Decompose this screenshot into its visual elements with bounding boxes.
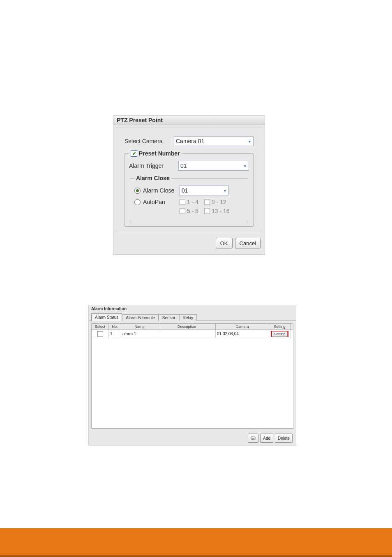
- autopan-range-checkbox[interactable]: 5 - 8: [180, 208, 198, 214]
- select-camera-label: Select Camera: [125, 138, 174, 144]
- row-select[interactable]: [92, 330, 109, 338]
- col-name: Name: [121, 324, 158, 330]
- svg-rect-0: [251, 437, 255, 439]
- col-setting: Setting: [269, 324, 291, 330]
- col-select: Select: [92, 324, 109, 330]
- dialog-title: Alarm Information: [89, 305, 296, 312]
- add-button[interactable]: Add: [260, 434, 273, 443]
- tab-relay[interactable]: Relay: [179, 314, 197, 321]
- grid-header: Select No. Name Description Camera Setti…: [92, 324, 293, 330]
- ptz-preset-dialog: PTZ Preset Point Select Camera Camera 01…: [113, 115, 265, 255]
- alarm-close-radio-label: Alarm Close: [143, 187, 174, 194]
- tab-sensor[interactable]: Sensor: [159, 314, 179, 321]
- edit-icon-button[interactable]: [248, 434, 258, 443]
- autopan-range-checkbox[interactable]: 1 - 4: [180, 199, 198, 205]
- autopan-range-checkbox[interactable]: 9 - 12: [204, 199, 230, 205]
- select-camera-dropdown[interactable]: Camera 01 ▾: [174, 136, 254, 146]
- alarm-trigger-label: Alarm Trigger: [129, 162, 178, 169]
- alarm-close-value: 01: [182, 187, 188, 194]
- preset-number-legend: Preset Number: [139, 150, 180, 157]
- col-camera: Camera: [216, 324, 269, 330]
- chevron-down-icon: ▾: [247, 138, 252, 144]
- row-camera: 01,02,03,04: [216, 330, 269, 338]
- keyboard-icon: [251, 436, 256, 441]
- cancel-button[interactable]: Cancel: [235, 238, 261, 248]
- alarm-grid: Select No. Name Description Camera Setti…: [91, 323, 293, 429]
- alarm-information-dialog: Alarm Information Alarm Status Alarm Sch…: [88, 305, 296, 446]
- alarm-trigger-dropdown[interactable]: 01 ▾: [178, 161, 249, 171]
- row-description: [158, 330, 216, 338]
- autopan-radio[interactable]: [134, 199, 141, 205]
- chevron-down-icon: ▾: [222, 188, 228, 193]
- row-setting-button[interactable]: Setting: [272, 331, 287, 337]
- row-no: 1: [109, 330, 121, 338]
- col-description: Description: [158, 324, 216, 330]
- preset-number-checkbox[interactable]: ✔: [131, 150, 137, 157]
- tab-strip: Alarm Status Alarm Schedule Sensor Relay: [89, 312, 296, 321]
- alarm-close-legend: Alarm Close: [134, 175, 171, 181]
- tab-alarm-schedule[interactable]: Alarm Schedule: [122, 314, 159, 321]
- page-footer-bar: [0, 528, 392, 557]
- select-camera-value: Camera 01: [176, 138, 204, 144]
- tab-alarm-status[interactable]: Alarm Status: [91, 313, 122, 321]
- ok-button[interactable]: OK: [216, 238, 233, 248]
- dialog-title: PTZ Preset Point: [113, 116, 265, 125]
- alarm-close-dropdown[interactable]: 01 ▾: [180, 186, 229, 195]
- chevron-down-icon: ▾: [242, 163, 248, 169]
- col-no: No.: [109, 324, 121, 330]
- checkbox-icon: [97, 331, 103, 337]
- alarm-close-group: Alarm Close Alarm Close 01 ▾: [130, 175, 248, 222]
- alarm-trigger-value: 01: [180, 162, 187, 169]
- autopan-range-checkbox[interactable]: 13 - 16: [204, 208, 230, 214]
- table-row: 1 alarm 1 01,02,03,04 Setting: [92, 330, 293, 338]
- preset-number-group: ✔ Preset Number Alarm Trigger 01 ▾ Alarm…: [125, 150, 254, 227]
- row-name: alarm 1: [121, 330, 158, 338]
- delete-button[interactable]: Delete: [275, 434, 293, 443]
- autopan-radio-label: AutoPan: [143, 199, 165, 205]
- alarm-close-radio[interactable]: [134, 188, 141, 194]
- row-setting-highlight: Setting: [271, 331, 288, 337]
